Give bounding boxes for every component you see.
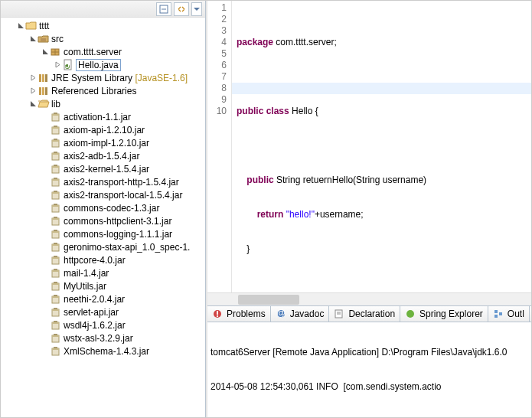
java-file-node[interactable]: JHello.java xyxy=(1,58,205,71)
collapse-all-button[interactable] xyxy=(156,2,171,16)
folder-open-icon xyxy=(38,98,50,110)
jar-node[interactable]: commons-httpclient-3.1.jar xyxy=(1,214,205,227)
svg-rect-43 xyxy=(52,231,59,233)
library-icon xyxy=(38,85,50,97)
jar-node[interactable]: axis2-transport-local-1.5.4.jar xyxy=(1,188,205,201)
project-tree[interactable]: tttt src com.tttt.server JHello.java JRE… xyxy=(1,18,205,417)
jar-icon xyxy=(50,228,62,240)
tab-outline[interactable]: Outl xyxy=(488,306,530,322)
jar-icon xyxy=(50,137,62,149)
jar-node[interactable]: mail-1.4.jar xyxy=(1,266,205,279)
ref-libraries-node[interactable]: Referenced Libraries xyxy=(1,84,205,97)
svg-rect-83 xyxy=(499,312,502,315)
svg-rect-31 xyxy=(52,179,59,181)
jar-icon xyxy=(50,163,62,175)
console-view[interactable]: tomcat6Server [Remote Java Application] … xyxy=(207,322,531,417)
jar-icon xyxy=(50,345,62,358)
svg-rect-32 xyxy=(54,178,57,179)
link-editor-button[interactable] xyxy=(174,2,189,16)
svg-rect-22 xyxy=(52,140,59,142)
console-line: 2014-05-08 12:54:30,061 INFO [com.sendi.… xyxy=(211,381,528,393)
expand-icon[interactable] xyxy=(41,47,50,57)
svg-rect-56 xyxy=(54,282,57,283)
svg-rect-55 xyxy=(52,283,59,285)
jar-node[interactable]: wstx-asl-3.2.9.jar xyxy=(1,331,205,345)
view-menu-button[interactable] xyxy=(191,2,202,16)
svg-rect-12 xyxy=(39,87,41,95)
jar-icon xyxy=(50,124,62,136)
jar-node[interactable]: XmlSchema-1.4.3.jar xyxy=(1,345,205,358)
java-file-icon: J xyxy=(62,59,74,71)
svg-rect-13 xyxy=(42,87,44,95)
tab-spring[interactable]: Spring Explorer xyxy=(400,306,488,322)
tab-problems[interactable]: Problems xyxy=(207,306,271,322)
svg-text:J: J xyxy=(65,60,70,70)
jar-node[interactable]: commons-logging-1.1.1.jar xyxy=(1,227,205,240)
lib-folder-node[interactable]: lib xyxy=(1,97,205,110)
problems-icon xyxy=(212,309,223,319)
svg-point-80 xyxy=(406,310,414,318)
svg-rect-16 xyxy=(52,114,59,116)
source-folder-icon xyxy=(38,33,50,45)
code-content[interactable]: package com.tttt.server; public class He… xyxy=(232,1,531,292)
jar-node[interactable]: axiom-api-1.2.10.jar xyxy=(1,123,205,136)
jar-icon xyxy=(50,280,62,292)
jar-node[interactable]: servlet-api.jar xyxy=(1,305,205,318)
console-title: tomcat6Server [Remote Java Application] … xyxy=(211,347,528,358)
svg-rect-23 xyxy=(54,139,57,140)
jar-node[interactable]: commons-codec-1.3.jar xyxy=(1,201,205,214)
svg-rect-52 xyxy=(52,270,59,272)
jar-node[interactable]: httpcore-4.0.jar xyxy=(1,253,205,266)
svg-rect-2 xyxy=(41,38,46,41)
expand-icon[interactable] xyxy=(16,21,25,31)
svg-rect-28 xyxy=(52,166,59,168)
svg-rect-34 xyxy=(52,192,59,194)
horizontal-scrollbar[interactable] xyxy=(207,292,531,305)
collapse-icon[interactable] xyxy=(28,87,38,96)
svg-rect-35 xyxy=(54,191,57,192)
svg-rect-19 xyxy=(52,127,59,129)
jre-library-node[interactable]: JRE System Library [JavaSE-1.6] xyxy=(1,71,205,84)
package-explorer: tttt src com.tttt.server JHello.java JRE… xyxy=(1,1,206,417)
expand-icon[interactable] xyxy=(28,34,38,44)
svg-rect-40 xyxy=(52,218,59,220)
src-folder-node[interactable]: src xyxy=(1,32,205,45)
jar-node[interactable]: neethi-2.0.4.jar xyxy=(1,292,205,305)
jar-node[interactable]: MyUtils.jar xyxy=(1,279,205,292)
scrollbar-thumb[interactable] xyxy=(238,295,299,305)
svg-rect-10 xyxy=(42,74,44,82)
jar-icon xyxy=(50,176,62,188)
jar-icon xyxy=(50,306,62,318)
jar-node[interactable]: wsdl4j-1.6.2.jar xyxy=(1,318,205,331)
svg-rect-71 xyxy=(54,347,57,348)
svg-rect-14 xyxy=(45,87,47,95)
jar-icon xyxy=(50,332,62,345)
package-icon xyxy=(50,46,62,58)
svg-rect-46 xyxy=(52,244,59,246)
collapse-icon[interactable] xyxy=(53,60,62,70)
tab-declaration[interactable]: Declaration xyxy=(329,306,400,322)
jar-node[interactable]: geronimo-stax-api_1.0_spec-1. xyxy=(1,240,205,253)
svg-rect-38 xyxy=(54,204,57,205)
project-node[interactable]: tttt xyxy=(1,19,205,32)
jar-node[interactable]: activation-1.1.jar xyxy=(1,110,205,123)
svg-rect-62 xyxy=(54,308,57,309)
package-node[interactable]: com.tttt.server xyxy=(1,45,205,58)
jar-node[interactable]: axis2-adb-1.5.4.jar xyxy=(1,149,205,162)
tab-javadoc[interactable]: @Javadoc xyxy=(271,306,330,322)
svg-rect-67 xyxy=(52,335,59,337)
svg-rect-49 xyxy=(52,257,59,259)
svg-rect-68 xyxy=(54,334,57,335)
collapse-icon[interactable] xyxy=(28,73,38,83)
expand-icon[interactable] xyxy=(28,100,38,109)
jar-node[interactable]: axiom-impl-1.2.10.jar xyxy=(1,136,205,149)
jar-node[interactable]: axis2-kernel-1.5.4.jar xyxy=(1,162,205,175)
svg-rect-41 xyxy=(54,217,57,218)
jar-icon xyxy=(50,202,62,214)
jar-node[interactable]: axis2-transport-http-1.5.4.jar xyxy=(1,175,205,188)
svg-rect-17 xyxy=(54,113,57,114)
code-editor[interactable]: 12 34 56 78 910 package com.tttt.server;… xyxy=(207,1,531,292)
svg-rect-37 xyxy=(52,205,59,207)
jar-icon xyxy=(50,215,62,227)
jar-icon xyxy=(50,150,62,162)
